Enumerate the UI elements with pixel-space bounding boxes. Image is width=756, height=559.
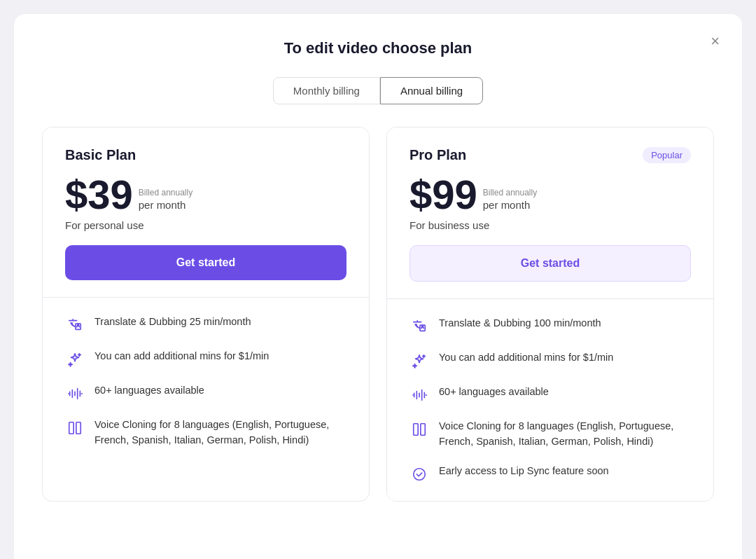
pro-feature-columns: Voice Cloning for 8 languages (English, … xyxy=(410,419,691,450)
pro-plan-top: Pro Plan Popular $99 Billed annually per… xyxy=(387,127,713,299)
basic-feature-sparkle: You can add additional mins for $1/min xyxy=(65,349,346,369)
pro-plan-card: Pro Plan Popular $99 Billed annually per… xyxy=(386,127,714,502)
pro-feature-waveform-text: 60+ languages available xyxy=(439,385,549,400)
pro-waveform-icon xyxy=(410,385,429,405)
pro-columns-icon xyxy=(410,420,429,439)
pro-feature-lipsync-text: Early access to Lip Sync feature soon xyxy=(439,464,609,479)
basic-per-month: per month xyxy=(139,199,192,211)
svg-rect-5 xyxy=(421,424,425,436)
pro-check-icon xyxy=(410,464,429,484)
basic-feature-columns-text: Voice Cloning for 8 languages (English, … xyxy=(94,417,346,448)
plans-container: Basic Plan $39 Billed annually per month… xyxy=(42,127,714,502)
popular-badge: Popular xyxy=(643,147,691,163)
modal-header: To edit video choose plan xyxy=(42,39,714,57)
basic-plan-card: Basic Plan $39 Billed annually per month… xyxy=(42,127,370,502)
basic-get-started-button[interactable]: Get started xyxy=(65,245,346,280)
annual-billing-tab[interactable]: Annual billing xyxy=(380,77,483,104)
pro-feature-sparkle-text: You can add additional mins for $1/min xyxy=(439,350,613,366)
pro-translate-icon xyxy=(410,317,429,336)
pro-plan-header: Pro Plan Popular xyxy=(410,147,691,163)
pro-per-month: per month xyxy=(483,199,537,211)
sparkle-icon xyxy=(65,350,85,369)
pro-feature-translate: Translate & Dubbing 100 min/month xyxy=(410,316,691,336)
pro-get-started-button[interactable]: Get started xyxy=(410,245,691,282)
basic-billed-text: Billed annually xyxy=(139,188,192,198)
basic-plan-use: For personal use xyxy=(65,219,346,231)
pro-plan-name: Pro Plan xyxy=(410,147,466,163)
pro-feature-sparkle: You can add additional mins for $1/min xyxy=(410,350,691,371)
basic-feature-sparkle-text: You can add additional mins for $1/min xyxy=(94,349,269,364)
pro-feature-lipsync: Early access to Lip Sync feature soon xyxy=(410,464,691,484)
pro-sparkle-icon xyxy=(410,351,429,371)
basic-price-amount: $39 xyxy=(65,174,133,215)
translate-icon xyxy=(65,315,85,335)
pro-price-amount: $99 xyxy=(410,174,477,215)
pro-price-block: $99 Billed annually per month xyxy=(410,174,691,215)
pricing-modal: To edit video choose plan × Monthly bill… xyxy=(14,14,742,559)
pro-feature-columns-text: Voice Cloning for 8 languages (English, … xyxy=(439,419,691,450)
pro-plan-features: Translate & Dubbing 100 min/month You ca… xyxy=(387,299,713,501)
pro-plan-use: For business use xyxy=(410,219,691,231)
svg-rect-1 xyxy=(69,422,74,434)
basic-plan-header: Basic Plan xyxy=(65,147,346,163)
svg-rect-4 xyxy=(414,424,418,436)
waveform-icon xyxy=(65,384,85,403)
pro-feature-translate-text: Translate & Dubbing 100 min/month xyxy=(439,316,601,331)
modal-title: To edit video choose plan xyxy=(42,39,714,57)
basic-plan-features: Translate & Dubbing 25 min/month You can… xyxy=(43,298,369,465)
pro-feature-waveform: 60+ languages available xyxy=(410,385,691,405)
svg-rect-2 xyxy=(76,422,80,434)
billing-toggle: Monthly billing Annual billing xyxy=(42,77,714,104)
basic-feature-waveform: 60+ languages available xyxy=(65,383,346,403)
basic-feature-waveform-text: 60+ languages available xyxy=(94,383,204,399)
pro-price-details: Billed annually per month xyxy=(483,188,537,215)
columns-icon xyxy=(65,418,85,438)
basic-price-details: Billed annually per month xyxy=(139,188,192,215)
close-button[interactable]: × xyxy=(708,31,722,52)
basic-feature-columns: Voice Cloning for 8 languages (English, … xyxy=(65,417,346,448)
basic-plan-name: Basic Plan xyxy=(65,147,136,163)
basic-price-block: $39 Billed annually per month xyxy=(65,174,346,215)
basic-plan-top: Basic Plan $39 Billed annually per month… xyxy=(43,127,369,298)
svg-point-6 xyxy=(414,468,426,480)
monthly-billing-tab[interactable]: Monthly billing xyxy=(273,77,380,104)
pro-billed-text: Billed annually xyxy=(483,188,537,198)
basic-feature-translate-text: Translate & Dubbing 25 min/month xyxy=(94,315,251,330)
basic-feature-translate: Translate & Dubbing 25 min/month xyxy=(65,315,346,335)
